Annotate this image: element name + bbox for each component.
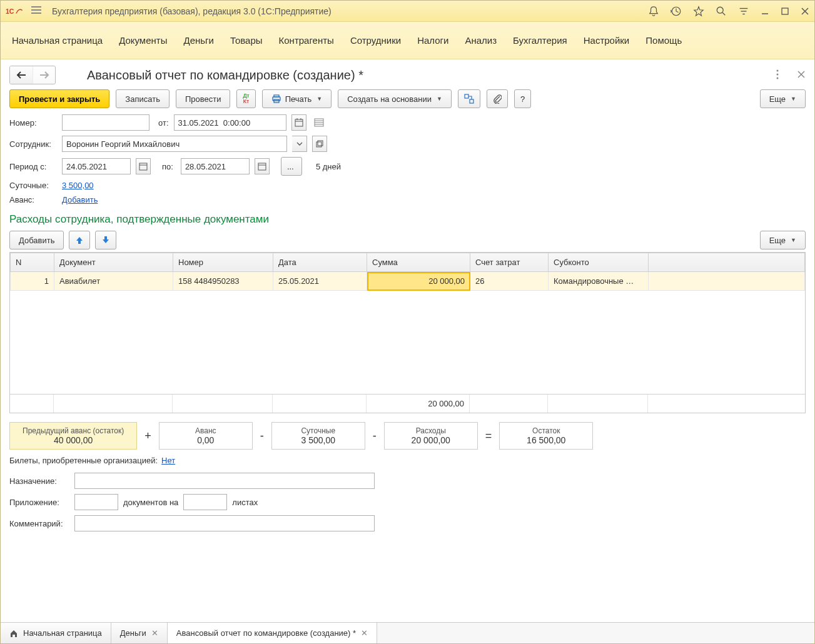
tab-close-icon[interactable]: ✕ <box>151 628 158 638</box>
create-based-button[interactable]: Создать на основании▼ <box>338 89 452 108</box>
cell-sum[interactable]: 20 000,00 <box>367 272 470 291</box>
equals-icon: = <box>485 430 492 443</box>
col-sum[interactable]: Сумма <box>367 253 470 272</box>
tab-expense-report[interactable]: Авансовый отчет по командировке (создани… <box>168 623 377 643</box>
menu-item[interactable]: Бухгалтерия <box>513 35 567 46</box>
menu-item[interactable]: Товары <box>230 35 263 46</box>
svg-line-6 <box>722 13 725 15</box>
menu-item[interactable]: Настройки <box>584 35 630 46</box>
close-page-icon[interactable] <box>797 70 806 81</box>
summary-label: Предыдущий аванс (остаток) <box>23 426 124 435</box>
print-button[interactable]: Печать▼ <box>262 89 332 108</box>
menu-item[interactable]: Сотрудники <box>350 35 401 46</box>
employee-dropdown-icon[interactable] <box>292 136 307 152</box>
number-input[interactable] <box>62 114 149 131</box>
nav-forward-button[interactable] <box>33 66 55 84</box>
maximize-icon[interactable] <box>781 7 789 16</box>
employee-open-icon[interactable] <box>312 136 327 152</box>
calendar-icon[interactable] <box>291 114 306 131</box>
svg-rect-32 <box>316 142 321 147</box>
col-number[interactable]: Номер <box>173 253 273 272</box>
menu-item[interactable]: Анализ <box>465 35 497 46</box>
col-n[interactable]: N <box>11 253 54 272</box>
star-icon[interactable] <box>693 6 704 17</box>
post-button[interactable]: Провести <box>176 89 231 108</box>
per-diem-link[interactable]: 3 500,00 <box>62 181 94 190</box>
bell-icon[interactable] <box>648 6 659 17</box>
cell-account[interactable]: 26 <box>470 272 549 291</box>
move-down-button[interactable] <box>95 231 116 249</box>
attachment-docs-input[interactable] <box>74 494 118 510</box>
print-label: Печать <box>285 94 312 104</box>
plus-icon: + <box>144 430 151 443</box>
period-to-input[interactable] <box>181 158 250 174</box>
comment-label: Комментарий: <box>9 519 69 528</box>
menu-item[interactable]: Помощь <box>645 35 682 46</box>
advance-add-link[interactable]: Добавить <box>62 195 98 204</box>
dt-kt-button[interactable]: ДтКт <box>236 89 255 108</box>
comment-input[interactable] <box>74 515 375 531</box>
advance-label: Аванс: <box>9 195 57 204</box>
col-extra[interactable] <box>649 253 805 272</box>
col-account[interactable]: Счет затрат <box>470 253 549 272</box>
attachment-sheets-input[interactable] <box>183 494 227 510</box>
page-title: Авансовый отчет по командировке (создани… <box>62 68 769 83</box>
menu-item[interactable]: Начальная страница <box>12 35 103 46</box>
list-icon[interactable] <box>311 114 327 131</box>
date-input[interactable] <box>174 114 286 131</box>
more-label: Еще <box>769 94 786 104</box>
cell-document[interactable]: Авиабилет <box>54 272 173 291</box>
help-button[interactable]: ? <box>514 89 531 108</box>
employee-input[interactable] <box>62 136 287 152</box>
minus-icon: - <box>373 430 377 443</box>
summary-value: 20 000,00 <box>397 435 465 445</box>
nav-back-button[interactable] <box>10 66 33 84</box>
summary-label: Аванс <box>172 426 240 435</box>
summary-value: 40 000,00 <box>23 435 124 445</box>
filter-lines-icon[interactable] <box>738 6 749 17</box>
table-more-button[interactable]: Еще▼ <box>760 231 806 249</box>
history-icon[interactable] <box>671 6 682 17</box>
tab-money[interactable]: Деньги ✕ <box>111 623 168 643</box>
more-button[interactable]: Еще▼ <box>760 89 806 108</box>
cell-date[interactable]: 25.05.2021 <box>273 272 367 291</box>
main-menu-icon[interactable] <box>31 6 42 16</box>
minimize-icon[interactable] <box>761 7 769 16</box>
kebab-icon[interactable] <box>776 69 779 82</box>
purpose-input[interactable] <box>74 473 375 489</box>
svg-point-5 <box>717 7 723 13</box>
cell-extra[interactable] <box>649 272 805 291</box>
cell-n[interactable]: 1 <box>11 272 54 291</box>
close-window-icon[interactable] <box>801 7 809 16</box>
move-up-button[interactable] <box>69 231 90 249</box>
cell-subconto[interactable]: Командировочные … <box>549 272 649 291</box>
tickets-link[interactable]: Нет <box>161 456 175 465</box>
tab-close-icon[interactable]: ✕ <box>361 628 368 638</box>
col-date[interactable]: Дата <box>273 253 367 272</box>
tab-home[interactable]: Начальная страница <box>1 623 111 643</box>
cell-number[interactable]: 158 4484950283 <box>173 272 273 291</box>
post-and-close-button[interactable]: Провести и закрыть <box>9 89 109 108</box>
menu-item[interactable]: Контрагенты <box>279 35 334 46</box>
menu-item[interactable]: Деньги <box>183 35 213 46</box>
period-from-input[interactable] <box>62 158 131 174</box>
attach-button[interactable] <box>487 89 508 108</box>
table-row[interactable]: 1 Авиабилет 158 4484950283 25.05.2021 20… <box>11 272 805 291</box>
calendar-icon[interactable] <box>255 158 270 174</box>
save-button[interactable]: Записать <box>116 89 170 108</box>
col-subconto[interactable]: Субконто <box>549 253 649 272</box>
menu-item[interactable]: Налоги <box>417 35 448 46</box>
summary-value: 3 500,00 <box>285 435 352 445</box>
menu-item[interactable]: Документы <box>119 35 167 46</box>
tab-label: Деньги <box>120 628 146 638</box>
col-document[interactable]: Документ <box>54 253 173 272</box>
period-from-label: Период с: <box>9 162 57 171</box>
search-icon[interactable] <box>716 6 727 17</box>
period-ellipsis-button[interactable]: ... <box>281 157 302 176</box>
summary-prev-advance: Предыдущий аванс (остаток) 40 000,00 <box>9 422 137 450</box>
calendar-icon[interactable] <box>136 158 151 174</box>
related-button[interactable] <box>458 89 480 108</box>
table-more-label: Еще <box>769 236 786 245</box>
period-to-label: по: <box>162 162 173 171</box>
table-add-button[interactable]: Добавить <box>9 231 64 249</box>
